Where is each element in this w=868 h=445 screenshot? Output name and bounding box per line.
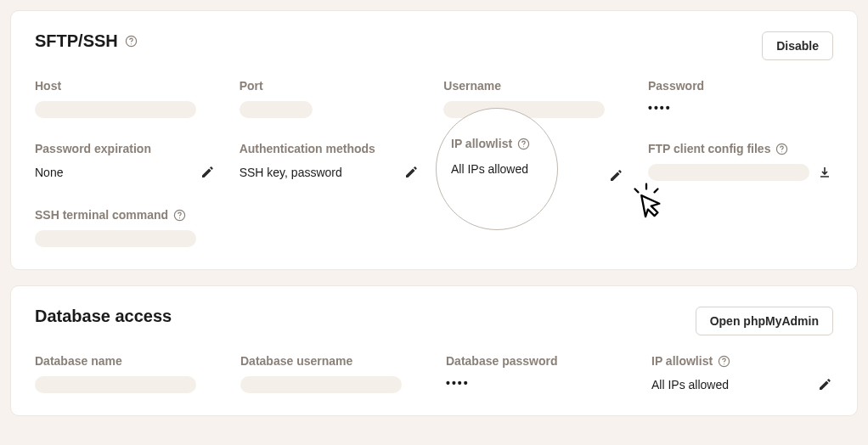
ssh-terminal-label: SSH terminal command bbox=[35, 208, 216, 222]
ip-allowlist-value: All IPs allowed bbox=[451, 162, 553, 176]
username-label: Username bbox=[443, 79, 624, 93]
help-icon[interactable] bbox=[775, 143, 788, 155]
db-ip-allowlist-label-text: IP allowlist bbox=[651, 354, 713, 368]
db-password-label: Database password bbox=[446, 354, 628, 368]
help-icon[interactable] bbox=[125, 35, 138, 48]
password-field: Password •••• bbox=[648, 79, 833, 118]
database-access-card: Database access Open phpMyAdmin Database… bbox=[10, 285, 858, 416]
sftp-grid: Host Port Username Password •••• Passwor… bbox=[35, 79, 833, 247]
edit-icon[interactable] bbox=[403, 164, 420, 181]
db-card-header: Database access Open phpMyAdmin bbox=[35, 307, 833, 335]
db-username-value-placeholder bbox=[240, 376, 402, 393]
auth-methods-field: Authentication methods SSH key, password bbox=[240, 142, 420, 184]
password-value: •••• bbox=[648, 101, 833, 115]
edit-icon[interactable] bbox=[199, 164, 216, 181]
password-label: Password bbox=[648, 79, 833, 93]
ssh-terminal-value-placeholder bbox=[35, 230, 196, 247]
password-expiration-field: Password expiration None bbox=[35, 142, 216, 184]
password-expiration-value: None bbox=[35, 166, 63, 179]
ip-allowlist-field: IP allowlist All IPs allowed bbox=[451, 137, 553, 176]
svg-point-5 bbox=[179, 217, 180, 218]
username-value-placeholder bbox=[443, 101, 605, 118]
svg-point-9 bbox=[724, 363, 724, 364]
svg-point-3 bbox=[781, 151, 782, 152]
ftp-config-value-placeholder bbox=[648, 164, 809, 181]
db-grid: Database name Database username Database… bbox=[35, 354, 833, 393]
ip-allowlist-label-text: IP allowlist bbox=[451, 137, 512, 150]
db-name-value-placeholder bbox=[35, 376, 196, 393]
auth-methods-label: Authentication methods bbox=[240, 142, 420, 155]
help-icon[interactable] bbox=[517, 138, 530, 150]
help-icon[interactable] bbox=[718, 355, 730, 368]
edit-icon[interactable] bbox=[607, 167, 624, 184]
ssh-terminal-label-text: SSH terminal command bbox=[35, 208, 168, 222]
ssh-terminal-field: SSH terminal command bbox=[35, 208, 216, 247]
db-name-field: Database name bbox=[35, 354, 217, 393]
port-label: Port bbox=[240, 79, 420, 93]
db-name-label: Database name bbox=[35, 354, 217, 368]
edit-icon[interactable] bbox=[816, 376, 833, 393]
open-phpmyadmin-button[interactable]: Open phpMyAdmin bbox=[696, 307, 833, 335]
db-title: Database access bbox=[35, 307, 172, 326]
svg-point-1 bbox=[131, 43, 132, 44]
port-value-placeholder bbox=[240, 101, 313, 118]
username-field: Username bbox=[443, 79, 624, 118]
port-field: Port bbox=[240, 79, 420, 118]
db-username-label: Database username bbox=[240, 354, 422, 368]
svg-point-7 bbox=[523, 146, 524, 147]
db-ip-allowlist-label: IP allowlist bbox=[651, 354, 833, 368]
download-icon[interactable] bbox=[816, 164, 833, 181]
sftp-ssh-card: SFTP/SSH Disable Host Port Username Pass… bbox=[10, 10, 858, 270]
ftp-config-label: FTP client config files bbox=[648, 142, 833, 155]
host-label: Host bbox=[35, 79, 216, 93]
host-value-placeholder bbox=[35, 101, 196, 118]
ip-allowlist-label: IP allowlist bbox=[451, 137, 553, 150]
host-field: Host bbox=[35, 79, 216, 118]
sftp-title: SFTP/SSH bbox=[35, 31, 118, 51]
db-password-field: Database password •••• bbox=[446, 354, 628, 393]
ftp-config-field: FTP client config files bbox=[648, 142, 833, 184]
db-ip-allowlist-field: IP allowlist All IPs allowed bbox=[651, 354, 833, 393]
db-ip-allowlist-value: All IPs allowed bbox=[651, 378, 729, 391]
db-password-value: •••• bbox=[446, 376, 628, 390]
db-username-field: Database username bbox=[240, 354, 422, 393]
password-expiration-label: Password expiration bbox=[35, 142, 216, 155]
disable-button[interactable]: Disable bbox=[762, 31, 833, 60]
auth-methods-value: SSH key, password bbox=[240, 166, 342, 179]
sftp-card-header: SFTP/SSH Disable bbox=[35, 31, 833, 60]
sftp-title-row: SFTP/SSH bbox=[35, 31, 138, 51]
help-icon[interactable] bbox=[173, 209, 186, 222]
ftp-config-label-text: FTP client config files bbox=[648, 142, 770, 155]
